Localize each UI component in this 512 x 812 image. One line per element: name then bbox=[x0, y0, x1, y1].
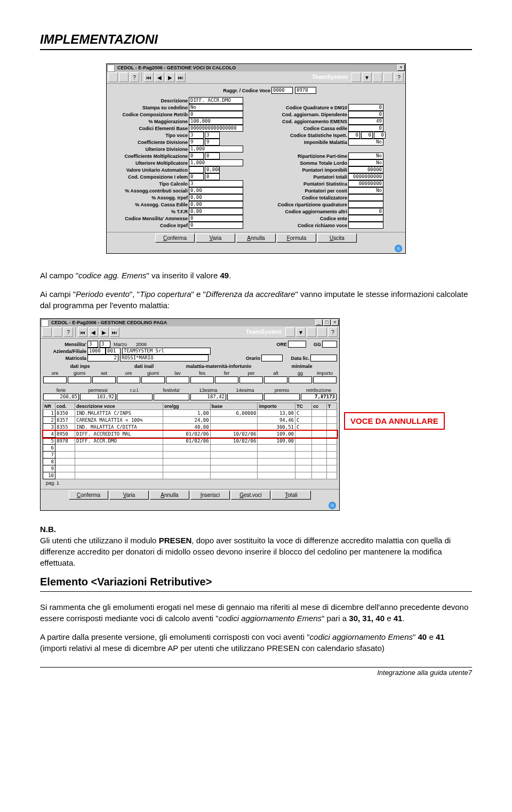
table-row[interactable]: 8 bbox=[43, 459, 337, 465]
field-value[interactable] bbox=[313, 376, 337, 383]
tool-btn-a[interactable] bbox=[285, 327, 295, 337]
totali-button[interactable]: Totali bbox=[271, 491, 311, 500]
field-matricola[interactable]: 2 bbox=[87, 355, 118, 361]
annulla-button[interactable]: Annulla bbox=[150, 491, 189, 500]
field-value[interactable]: 0 bbox=[205, 173, 220, 180]
field-value[interactable] bbox=[43, 376, 67, 383]
field-value[interactable]: 0,00 bbox=[189, 201, 243, 208]
field-value[interactable]: 9 bbox=[189, 139, 204, 146]
field-value[interactable]: 0 bbox=[189, 215, 243, 222]
uscita-button[interactable]: Uscita bbox=[317, 234, 357, 243]
field-value[interactable]: 100,000 bbox=[189, 118, 243, 125]
field-value[interactable] bbox=[348, 201, 383, 208]
field-value[interactable]: 103,92 bbox=[80, 393, 116, 400]
field-value[interactable] bbox=[190, 376, 214, 383]
field-value[interactable] bbox=[264, 376, 287, 383]
field-value[interactable]: No bbox=[348, 187, 383, 194]
tool-btn-1[interactable] bbox=[42, 327, 52, 337]
nav-first-icon[interactable]: ⏮ bbox=[144, 73, 154, 82]
field-value[interactable] bbox=[117, 376, 140, 383]
field-value[interactable]: 3 bbox=[205, 132, 220, 139]
field-value[interactable] bbox=[289, 376, 312, 383]
field-value[interactable] bbox=[239, 376, 263, 383]
nav-next-icon[interactable]: ▶ bbox=[165, 73, 175, 82]
field-value[interactable]: 0 bbox=[189, 152, 204, 159]
field-value[interactable]: 9 bbox=[205, 139, 220, 146]
tool-btn-1[interactable] bbox=[108, 73, 118, 82]
help-icon[interactable]: ? bbox=[63, 327, 73, 337]
field-datalic[interactable] bbox=[310, 355, 337, 361]
tool-btn-d[interactable] bbox=[383, 73, 393, 82]
field-value[interactable]: 0000000000000000 bbox=[189, 125, 243, 132]
field-value[interactable]: No bbox=[348, 139, 383, 146]
tool-btn-a[interactable] bbox=[351, 73, 361, 82]
field-value[interactable] bbox=[189, 166, 204, 173]
annulla-button[interactable]: Annulla bbox=[236, 234, 276, 243]
field-value[interactable] bbox=[141, 376, 165, 383]
field-value[interactable]: 0,00 bbox=[189, 208, 243, 215]
tool-btn-2[interactable] bbox=[53, 327, 62, 337]
tool-btn-b[interactable]: ▼ bbox=[362, 73, 372, 82]
field-value[interactable] bbox=[227, 393, 263, 400]
field-value[interactable] bbox=[348, 222, 383, 229]
conferma-button[interactable]: Conferma bbox=[69, 491, 108, 500]
field-value[interactable]: 0 bbox=[374, 132, 386, 139]
field-mensilita-1[interactable]: 3 bbox=[87, 341, 98, 348]
field-value[interactable] bbox=[215, 376, 238, 383]
field-ore[interactable] bbox=[288, 341, 306, 348]
formula-button[interactable]: Formula bbox=[277, 234, 316, 243]
field-value[interactable] bbox=[348, 194, 383, 201]
tool-btn-2[interactable] bbox=[119, 73, 129, 82]
field-value[interactable]: 0 bbox=[205, 152, 220, 159]
field-value[interactable]: 00000 bbox=[348, 166, 383, 173]
field-value[interactable]: DIFF. ACCR.DMO bbox=[189, 97, 243, 104]
table-row[interactable]: 48950DIFF. ACCREDITO MAL01/02/0610/02/06… bbox=[43, 431, 337, 438]
field-value[interactable]: 0 bbox=[361, 132, 373, 139]
field-value[interactable] bbox=[154, 393, 189, 400]
nav-last-icon[interactable]: ⏭ bbox=[176, 73, 186, 82]
maximize-icon[interactable]: □ bbox=[323, 319, 331, 326]
tool-btn-c[interactable] bbox=[373, 73, 382, 82]
inserisci-button[interactable]: Inserisci bbox=[190, 491, 230, 500]
field-codice-voce[interactable]: 8978 bbox=[295, 87, 316, 94]
nav-prev-icon[interactable]: ◀ bbox=[155, 73, 164, 82]
nav-next-icon[interactable]: ▶ bbox=[99, 327, 109, 337]
table-row[interactable]: 28357CARENZA MALATTIA < 100%24,0094,46C bbox=[43, 417, 337, 424]
field-value[interactable] bbox=[68, 376, 91, 383]
tool-btn-d[interactable] bbox=[317, 327, 327, 337]
field-value[interactable] bbox=[348, 215, 383, 222]
table-row[interactable]: 6 bbox=[43, 445, 337, 452]
field-value[interactable] bbox=[264, 393, 300, 400]
help-icon[interactable]: ? bbox=[130, 73, 139, 82]
field-value[interactable]: 00000000 bbox=[348, 180, 383, 187]
field-value[interactable]: 49 bbox=[348, 118, 383, 125]
tool-btn-b[interactable]: ▼ bbox=[296, 327, 306, 337]
field-value[interactable]: 187,42 bbox=[190, 393, 226, 400]
field-azienda-nome[interactable]: TEAMSYSTEM Srl bbox=[122, 348, 211, 355]
tool-help-icon[interactable]: ? bbox=[328, 327, 338, 337]
field-value[interactable]: 1,000 bbox=[189, 146, 243, 152]
field-gg[interactable] bbox=[322, 341, 337, 348]
table-row[interactable]: 38355IND. MALATTIA C/DITTA40,00300,51C bbox=[43, 424, 337, 431]
field-value[interactable]: 0,00 bbox=[189, 194, 243, 201]
nav-prev-icon[interactable]: ◀ bbox=[89, 327, 98, 337]
field-value[interactable]: 0 bbox=[189, 173, 204, 180]
field-value[interactable]: 3 bbox=[189, 180, 243, 187]
minimize-icon[interactable]: _ bbox=[315, 319, 323, 326]
field-value[interactable]: 0 bbox=[348, 104, 383, 111]
field-value[interactable]: 3 bbox=[189, 132, 204, 139]
nav-last-icon[interactable]: ⏭ bbox=[110, 327, 119, 337]
field-matricola-nome[interactable]: ROSSI*MARIO bbox=[120, 355, 209, 361]
field-orario[interactable] bbox=[261, 355, 283, 361]
field-value[interactable]: 0000000000 bbox=[348, 173, 383, 180]
table-row[interactable]: 7 bbox=[43, 452, 337, 459]
field-filiale[interactable]: 001 bbox=[106, 348, 121, 355]
field-value[interactable] bbox=[166, 376, 189, 383]
field-value[interactable]: No bbox=[348, 152, 383, 159]
close-icon[interactable]: × bbox=[331, 319, 339, 326]
field-mensilita-2[interactable]: 3 bbox=[100, 341, 110, 348]
tool-help-icon[interactable]: ? bbox=[394, 73, 404, 82]
field-value[interactable]: No bbox=[348, 159, 383, 166]
field-value[interactable]: 0 bbox=[189, 111, 243, 118]
field-value[interactable]: 0 bbox=[348, 208, 383, 215]
